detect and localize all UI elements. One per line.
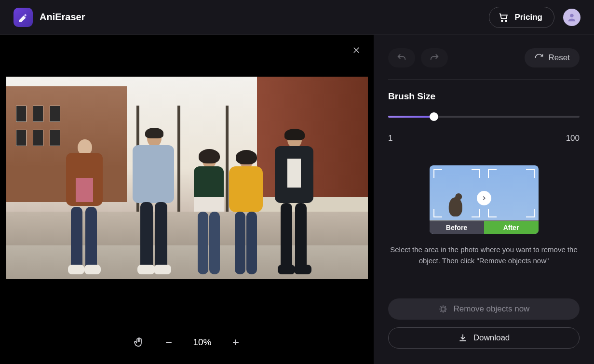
zoom-out-button[interactable] <box>164 337 174 347</box>
canvas-toolbar: 10% <box>0 321 374 364</box>
pricing-label: Pricing <box>514 13 542 22</box>
refresh-icon <box>534 53 544 63</box>
preview-before: Before <box>430 165 484 234</box>
header-actions: Pricing <box>489 7 580 28</box>
cart-icon <box>498 12 509 23</box>
close-button[interactable] <box>350 43 363 57</box>
svg-point-2 <box>570 13 573 17</box>
editing-image[interactable] <box>6 77 368 279</box>
undo-button[interactable] <box>388 48 415 67</box>
svg-point-1 <box>506 20 507 21</box>
brush-size-title: Brush Size <box>388 91 580 102</box>
user-icon <box>567 12 577 23</box>
side-panel: Reset Brush Size 1 100 Before <box>374 35 594 364</box>
hand-icon <box>133 336 145 349</box>
preview-before-label: Before <box>430 221 484 234</box>
download-button[interactable]: Download <box>388 327 580 349</box>
svg-rect-3 <box>441 307 445 311</box>
history-actions: Reset <box>388 48 580 67</box>
slider-max: 100 <box>566 134 580 143</box>
canvas-pane: 10% <box>0 35 374 364</box>
zoom-value: 10% <box>193 337 211 348</box>
svg-point-0 <box>501 20 503 21</box>
slider-fill <box>388 116 434 118</box>
download-label: Download <box>473 333 510 343</box>
divider <box>388 79 580 80</box>
app-header: AniEraser Pricing <box>0 0 594 35</box>
zoom-in-button[interactable] <box>231 337 241 347</box>
before-after-preview: Before After <box>430 165 539 234</box>
undo-icon <box>396 53 407 63</box>
instructions-text: Select the area in the photo where you w… <box>388 244 580 266</box>
remove-objects-button[interactable]: Remove objects now <box>388 298 580 320</box>
preview-after-label: After <box>484 221 539 234</box>
pricing-button[interactable]: Pricing <box>489 7 554 28</box>
plus-icon <box>231 337 241 347</box>
redo-icon <box>429 53 440 63</box>
user-avatar[interactable] <box>563 9 580 26</box>
brush-size-slider[interactable] <box>388 112 580 121</box>
redo-button[interactable] <box>421 48 448 67</box>
slider-thumb[interactable] <box>430 112 438 121</box>
minus-icon <box>164 337 174 347</box>
close-icon <box>352 46 361 54</box>
canvas-viewport[interactable] <box>0 35 374 321</box>
magic-icon <box>438 304 448 314</box>
remove-objects-label: Remove objects now <box>454 304 530 314</box>
slider-min: 1 <box>388 134 392 143</box>
main-area: 10% Reset Brush Size <box>0 35 594 364</box>
app-logo-icon <box>14 8 33 27</box>
download-icon <box>458 333 468 343</box>
brand-name: AniEraser <box>40 12 85 23</box>
pan-tool-button[interactable] <box>133 336 145 349</box>
preview-section: Before After Select the area in the phot… <box>388 165 580 266</box>
preview-after: After <box>484 165 539 234</box>
preview-arrow-icon <box>477 191 491 205</box>
reset-label: Reset <box>549 53 570 63</box>
action-buttons: Remove objects now Download <box>388 298 580 351</box>
brand[interactable]: AniEraser <box>14 8 85 27</box>
reset-button[interactable]: Reset <box>525 48 580 67</box>
slider-range-labels: 1 100 <box>388 134 580 143</box>
